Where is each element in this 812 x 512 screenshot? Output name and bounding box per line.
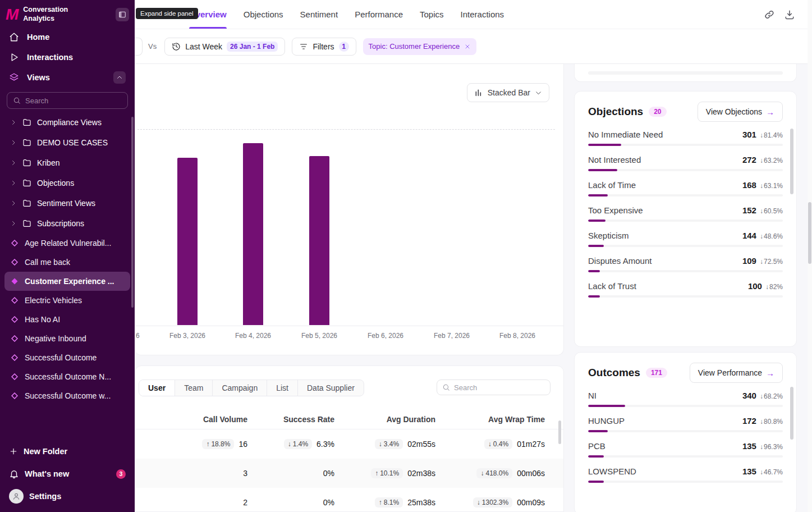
collapse-views-button[interactable] [113, 71, 126, 84]
table-search[interactable] [437, 380, 550, 395]
chevron-right-icon [10, 220, 17, 227]
down-arrow-icon: ↓ [760, 443, 763, 451]
objection-item[interactable]: Too Expensive152↓60.5% [588, 205, 783, 222]
progress-track [588, 481, 783, 483]
up-arrow-icon: ↑ [379, 499, 382, 506]
chart-type-select[interactable]: Stacked Bar [467, 83, 549, 102]
folder-subscriptions[interactable]: Subscriptions [0, 213, 135, 234]
period-button-partial[interactable] [135, 38, 143, 56]
table-tab-campaign[interactable]: Campaign [213, 380, 267, 396]
objection-item[interactable]: Skepticism144↓48.6% [588, 231, 783, 247]
outcome-item[interactable]: PCB135↓96.3% [588, 441, 783, 458]
view-successful-outcome-n[interactable]: Successful Outcome N... [4, 367, 130, 386]
table-tab-team[interactable]: Team [175, 380, 213, 396]
tab-sentiment[interactable]: Sentiment [300, 0, 338, 29]
page-scrollbar-thumb[interactable] [808, 202, 811, 264]
view-successful-outcome[interactable]: Successful Outcome [4, 348, 130, 367]
layers-icon [9, 72, 19, 83]
table-row[interactable]: 2 0% ↑8.1%25m38s ↓1302.3%00m09s [135, 488, 563, 512]
settings-button[interactable]: Settings [0, 485, 135, 508]
previous-card-partial [574, 64, 797, 82]
new-folder-button[interactable]: New Folder [0, 440, 135, 463]
app-logo-icon[interactable]: M [6, 7, 19, 22]
bell-icon [9, 469, 19, 479]
folder-icon [22, 179, 31, 188]
down-arrow-icon: ↓ [379, 440, 382, 448]
chart-bar-feb4[interactable] [243, 143, 263, 325]
tab-topics[interactable]: Topics [420, 0, 444, 29]
view-performance-button[interactable]: View Performance [690, 363, 783, 383]
folder-demo-use-cases[interactable]: DEMO USE CASES [0, 132, 135, 153]
table-row[interactable]: ↑18.8%16 ↓1.4%6.3% ↓3.4%02m55s ↓0.4%01m2… [135, 429, 563, 459]
topic-filter-tag[interactable]: Topic: Customer Experience [363, 38, 477, 55]
table-tab-user[interactable]: User [139, 380, 175, 396]
progress-fill [588, 405, 625, 407]
remove-filter-icon[interactable] [464, 43, 471, 50]
sidebar-item-interactions[interactable]: Interactions [0, 47, 135, 67]
objection-item[interactable]: Not Interested272↓63.2% [588, 155, 783, 171]
sidebar-item-home[interactable]: Home [0, 27, 135, 47]
share-link-icon[interactable] [764, 9, 775, 20]
bar-chart-icon [474, 88, 483, 97]
tab-performance[interactable]: Performance [355, 0, 403, 29]
chart-bar-feb5[interactable] [309, 156, 329, 325]
progress-fill [588, 169, 617, 171]
compare-period-button[interactable]: Last Week 26 Jan - 1 Feb [164, 38, 285, 56]
sidebar-item-views[interactable]: Views [0, 67, 135, 88]
avatar [9, 489, 24, 504]
view-negative-inbound[interactable]: Negative Inbound [4, 329, 130, 348]
outcome-item[interactable]: LOWSPEND135↓46.7% [588, 467, 783, 483]
outcomes-scrollbar[interactable] [790, 387, 793, 440]
objection-item[interactable]: Lack of Time168↓63.1% [588, 180, 783, 196]
up-arrow-icon: ↑ [206, 440, 209, 448]
column-avg-duration: Avg Duration [387, 415, 435, 424]
chart-bar-feb3[interactable] [177, 158, 198, 325]
x-axis-label: Feb 5, 2026 [293, 332, 346, 340]
table-scrollbar[interactable] [558, 420, 561, 444]
sidebar-search[interactable] [7, 92, 128, 109]
table-tab-data-supplier[interactable]: Data Supplier [298, 380, 364, 396]
download-icon[interactable] [784, 9, 795, 20]
tab-objections[interactable]: Objections [244, 0, 283, 29]
app-title: Conversation Analytics [23, 6, 68, 23]
view-successful-outcome-w[interactable]: Successful Outcome w... [4, 386, 130, 405]
folder-sentiment-views[interactable]: Sentiment Views [0, 193, 135, 213]
whats-new-button[interactable]: What's new 3 [0, 463, 135, 485]
filters-button[interactable]: Filters 1 [292, 38, 356, 56]
objection-item[interactable]: Lack of Trust100↓82% [588, 281, 783, 298]
x-axis-label: Feb 3, 2026 [161, 332, 214, 340]
down-arrow-icon: ↓ [760, 232, 763, 240]
view-objections-button[interactable]: View Objections [698, 102, 783, 122]
folder-objections[interactable]: Objections [0, 173, 135, 193]
folder-icon [22, 158, 31, 167]
tab-interactions[interactable]: Interactions [461, 0, 504, 29]
table-search-input[interactable] [454, 383, 553, 392]
folder-kriben[interactable]: Kriben [0, 153, 135, 173]
view-age-related-vulnerability[interactable]: Age Related Vulnerabil... [4, 234, 130, 253]
sidebar-search-input[interactable] [25, 97, 124, 105]
outcome-item[interactable]: HUNGUP172↓80.8% [588, 416, 783, 432]
page-scrollbar[interactable] [808, 0, 812, 512]
view-call-me-back[interactable]: Call me back [4, 253, 130, 272]
down-arrow-icon: ↓ [760, 418, 763, 426]
folder-compliance-views[interactable]: Compliance Views [0, 112, 135, 132]
diamond-icon [11, 240, 18, 246]
x-axis-label: Feb 7, 2026 [425, 332, 478, 340]
objection-item[interactable]: No Immediate Need301↓81.4% [588, 130, 783, 146]
view-has-no-ai[interactable]: Has No AI [4, 310, 130, 329]
sidebar-scrollbar[interactable] [131, 117, 134, 308]
search-icon [13, 97, 21, 104]
change-indicator: ↓80.8% [760, 418, 783, 426]
objection-item[interactable]: Disputes Amount109↓72.5% [588, 256, 783, 272]
down-arrow-icon: ↓ [765, 283, 769, 291]
view-customer-experience[interactable]: Customer Experience ... [4, 272, 130, 291]
progress-track [588, 71, 783, 75]
outcomes-count-badge: 171 [646, 368, 667, 378]
diamond-icon [11, 392, 18, 399]
collapse-panel-button[interactable] [116, 8, 129, 21]
table-tab-list[interactable]: List [267, 380, 298, 396]
table-row[interactable]: 3 0% ↑10.1%02m38s ↓418.0%00m06s [135, 459, 563, 488]
view-electric-vehicles[interactable]: Electric Vehicles [4, 291, 130, 310]
objections-scrollbar[interactable] [790, 129, 793, 194]
outcome-item[interactable]: NI340↓68.2% [588, 391, 783, 407]
